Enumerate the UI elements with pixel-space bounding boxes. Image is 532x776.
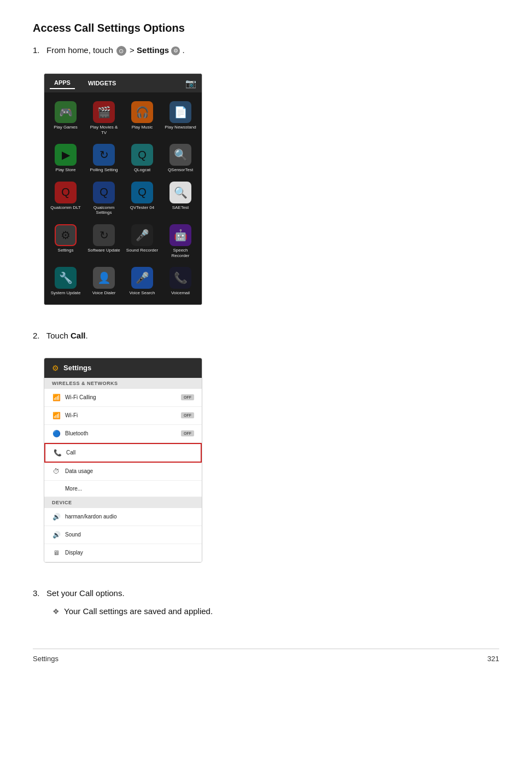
harman-audio-left: 🔊 harman/kardon audio [52,513,117,521]
step-2-number: 2. [33,331,44,340]
qualcomm-dlt-label: Qualcomm DLT [50,205,80,211]
wifi-left: 📶 Wi-Fi [52,412,78,419]
app-saetest[interactable]: 🔍 SAETest [161,177,200,220]
footer-right: 321 [487,655,499,663]
display-item[interactable]: 🖥 Display [44,544,202,562]
software-update-label: Software Update [87,248,120,253]
data-usage-icon: ⏱ [52,468,61,475]
system-update-icon: 🔧 [55,267,77,289]
app-speech-recorder[interactable]: 🤖 Speech Recorder [161,220,200,262]
display-left: 🖥 Display [52,549,83,557]
footer-left: Settings [33,655,59,663]
app-play-games[interactable]: 🎮 Play Games [46,97,85,139]
app-voicemail[interactable]: 📞 Voicemail [161,262,200,300]
app-qvtester[interactable]: Q QVTester 04 [123,177,161,220]
app-play-music[interactable]: 🎧 Play Music [123,97,161,139]
voice-dialer-icon: 👤 [93,267,115,289]
sound-left: 🔊 Sound [52,531,81,539]
settings-screen-header: ⚙ Settings [44,358,202,378]
phone-screenshot-1: APPS WIDGETS 📷 🎮 Play Games 🎬 Play Movie… [44,73,202,305]
page-footer: Settings 321 [33,649,499,663]
step-2-end: . [85,331,87,340]
display-icon: 🖥 [52,549,61,557]
step-3-number: 3. [33,588,44,598]
qlogcat-icon: Q [131,144,153,166]
app-voice-dialer[interactable]: 👤 Voice Dialer [85,262,123,300]
step-2-bold: Call [71,331,86,340]
apps-tab[interactable]: APPS [50,77,75,89]
play-music-label: Play Music [132,125,153,130]
app-voice-search[interactable]: 🎤 Voice Search [123,262,161,300]
more-item[interactable]: More... [44,481,202,497]
bluetooth-item[interactable]: 🔵 Bluetooth OFF [44,425,202,443]
wifi-toggle[interactable]: OFF [181,412,194,418]
play-movies-label: Play Movies & TV [87,125,121,135]
app-play-newsstand[interactable]: 📄 Play Newsstand [161,97,200,139]
app-qualcomm-dlt[interactable]: Q Qualcomm DLT [46,177,85,220]
sound-item[interactable]: 🔊 Sound [44,526,202,544]
data-usage-item[interactable]: ⏱ Data usage [44,463,202,481]
sound-icon: 🔊 [52,531,61,539]
call-label: Call [66,450,75,456]
step-2-text: Touch [46,331,71,340]
wifi-calling-toggle[interactable]: OFF [181,394,194,400]
app-play-movies[interactable]: 🎬 Play Movies & TV [85,97,123,139]
speech-recorder-label: Speech Recorder [163,248,197,258]
saetest-label: SAETest [172,205,189,211]
camera-icon: 📷 [185,78,196,89]
step-1-text-before: From home, touch [46,45,113,55]
widgets-tab[interactable]: WIDGETS [84,78,120,89]
bluetooth-label: Bluetooth [65,430,88,436]
play-store-label: Play Store [56,167,76,173]
harman-audio-item[interactable]: 🔊 harman/kardon audio [44,508,202,526]
settings-label: Settings [137,45,169,55]
settings-app-icon: ⚙ [55,224,77,246]
play-store-icon: ▶ [55,144,77,166]
qualcomm-settings-label: Qualcomm Settings [87,205,121,215]
display-label: Display [65,550,83,556]
bluetooth-left: 🔵 Bluetooth [52,430,88,437]
sound-recorder-icon: 🎤 [131,224,153,246]
call-icon: 📞 [53,449,62,457]
wireless-networks-header: WIRELESS & NETWORKS [44,378,202,389]
call-item[interactable]: 📞 Call [44,443,202,463]
phone-screenshot-2: ⚙ Settings WIRELESS & NETWORKS 📶 Wi-Fi C… [44,358,202,563]
play-movies-icon: 🎬 [93,101,115,123]
app-polling-setting[interactable]: ↻ Polling Setting [85,139,123,177]
settings-gear-icon: ⚙ [171,46,180,55]
app-qsensortest[interactable]: 🔍 QSensorTest [161,139,200,177]
home-icon: ⊙ [116,46,126,56]
bullet-text: Your Call settings are saved and applied… [64,606,213,616]
harman-audio-label: harman/kardon audio [65,514,117,520]
call-left: 📞 Call [53,449,75,457]
bullet-diamond-icon: ❖ [52,607,60,616]
app-qualcomm-settings[interactable]: Q Qualcomm Settings [85,177,123,220]
app-system-update[interactable]: 🔧 System Update [46,262,85,300]
step-3: 3. Set your Call options. ❖ Your Call se… [33,588,499,616]
polling-icon: ↻ [93,144,115,166]
step-1: 1. From home, touch ⊙ > Settings ⚙ . APP… [33,45,499,320]
harman-audio-icon: 🔊 [52,513,61,521]
app-play-store[interactable]: ▶ Play Store [46,139,85,177]
app-settings[interactable]: ⚙ Settings [46,220,85,262]
voice-search-label: Voice Search [129,290,155,296]
page-title: Access Call Settings Options [33,22,499,34]
qvtester-label: QVTester 04 [130,205,154,211]
app-grid: 🎮 Play Games 🎬 Play Movies & TV 🎧 Play M… [44,92,202,305]
sound-label: Sound [65,532,81,538]
settings-header-gear-icon: ⚙ [52,364,59,372]
qlogcat-label: QLogcat [134,167,150,173]
step-2: 2. Touch Call. ⚙ Settings WIRELESS & NET… [33,331,499,577]
sound-recorder-label: Sound Recorder [126,248,158,253]
bluetooth-toggle[interactable]: OFF [181,430,194,436]
data-usage-label: Data usage [65,468,93,474]
play-newsstand-label: Play Newsstand [165,125,196,130]
step-1-text-after: . [183,45,185,55]
wifi-calling-item[interactable]: 📶 Wi-Fi Calling OFF [44,389,202,407]
app-software-update[interactable]: ↻ Software Update [85,220,123,262]
wifi-calling-left: 📶 Wi-Fi Calling [52,394,96,401]
wifi-item[interactable]: 📶 Wi-Fi OFF [44,407,202,425]
bullet-block: ❖ Your Call settings are saved and appli… [52,606,499,616]
app-qlogcat[interactable]: Q QLogcat [123,139,161,177]
app-sound-recorder[interactable]: 🎤 Sound Recorder [123,220,161,262]
